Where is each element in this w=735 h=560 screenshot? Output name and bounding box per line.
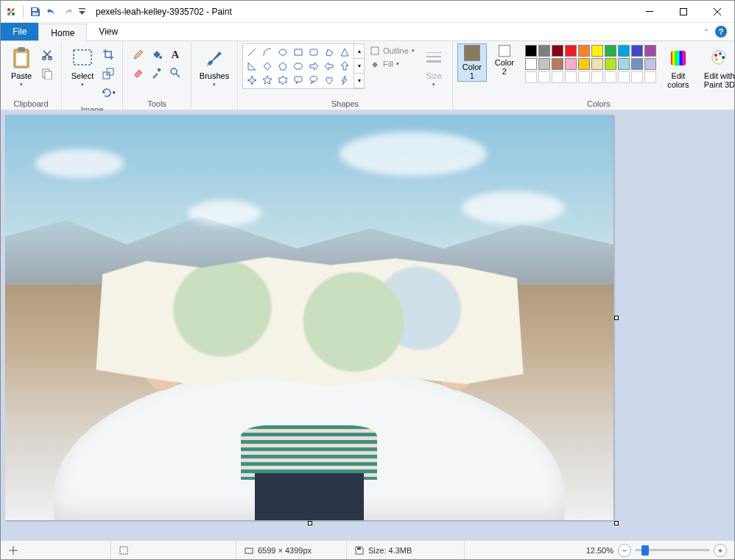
brushes-label: Brushes [200,71,229,80]
qat-customize-icon[interactable] [78,6,85,18]
shape-pentagon-icon[interactable] [275,60,290,73]
shape-polygon-icon[interactable] [322,46,337,59]
palette-color[interactable] [525,58,537,70]
shape-star4-icon[interactable] [245,74,259,87]
select-button[interactable]: Select ▾ [66,43,99,88]
undo-icon[interactable] [46,6,57,18]
shape-lightning-icon[interactable] [337,74,352,87]
palette-color[interactable] [644,45,656,57]
palette-color[interactable] [578,45,590,57]
palette-custom-slot[interactable] [578,71,590,83]
brushes-button[interactable]: Brushes ▾ [196,43,233,88]
palette-color[interactable] [618,45,630,57]
collapse-ribbon-icon[interactable]: ⌃ [703,28,709,36]
pencil-tool-icon[interactable] [130,46,147,63]
palette-color[interactable] [591,45,603,57]
palette-color[interactable] [552,58,563,70]
resize-handle-s[interactable] [308,521,312,525]
save-icon[interactable] [29,6,41,18]
zoom-in-button[interactable]: + [714,544,727,557]
crop-icon[interactable] [100,46,116,63]
size-button[interactable]: Size ▾ [420,43,448,88]
palette-color[interactable] [605,45,616,57]
resize-handle-se[interactable] [614,521,619,525]
shape-rect-icon[interactable] [291,46,306,59]
palette-custom-slot[interactable] [644,71,656,83]
magnifier-tool-icon[interactable] [167,65,183,81]
palette-color[interactable] [591,58,603,70]
shape-callout2-icon[interactable] [306,74,321,87]
paint3d-button[interactable]: Edit with Paint 3D [699,43,735,89]
palette-color[interactable] [631,45,643,57]
palette-color[interactable] [565,45,577,57]
tab-home[interactable]: Home [38,24,87,41]
shape-oval-icon[interactable] [275,46,290,59]
zoom-out-button[interactable]: − [618,544,631,557]
canvas-area[interactable] [1,110,734,540]
palette-custom-slot[interactable] [605,71,616,83]
canvas[interactable] [5,115,613,520]
palette-color[interactable] [605,58,616,70]
shape-triangle-icon[interactable] [337,46,352,59]
shape-arrowl-icon[interactable] [322,60,337,73]
palette-custom-slot[interactable] [631,71,643,83]
tab-view[interactable]: View [87,23,130,40]
palette-color[interactable] [644,58,656,70]
help-icon[interactable]: ? [715,26,727,38]
palette-color[interactable] [565,58,577,70]
scroll-up-icon[interactable]: ▴ [354,44,364,59]
svg-point-0 [7,8,10,11]
shape-callout-icon[interactable] [291,74,306,87]
color2-button[interactable]: Color 2 [490,43,519,82]
resize-handle-e[interactable] [614,316,619,320]
scroll-more-icon[interactable]: ▾ [354,74,364,88]
palette-color[interactable] [578,58,590,70]
shape-curve-icon[interactable] [260,46,275,59]
shape-rtriangle-icon[interactable] [245,60,259,73]
cut-icon[interactable] [39,46,55,63]
fill-tool-icon[interactable] [149,46,165,63]
tab-file[interactable]: File [1,23,38,40]
copy-icon[interactable] [39,65,55,82]
palette-custom-slot[interactable] [525,71,537,83]
palette-color[interactable] [631,58,643,70]
text-tool-icon[interactable]: A [167,46,183,63]
scroll-down-icon[interactable]: ▾ [354,59,364,74]
palette-custom-slot[interactable] [552,71,563,83]
color1-button[interactable]: Color 1 [457,43,487,82]
picker-tool-icon[interactable] [149,65,165,81]
palette-color[interactable] [552,45,563,57]
shape-heart-icon[interactable] [322,74,337,87]
maximize-button[interactable] [667,1,700,23]
shape-diamond-icon[interactable] [260,60,275,73]
palette-color[interactable] [538,45,550,57]
shape-arrowr-icon[interactable] [306,60,321,73]
shape-star6-icon[interactable] [275,74,290,87]
shape-hexagon-icon[interactable] [291,60,306,73]
redo-icon[interactable] [62,6,74,18]
shape-roundrect-icon[interactable] [306,46,321,59]
palette-custom-slot[interactable] [618,71,630,83]
palette-color[interactable] [538,58,550,70]
edit-colors-button[interactable]: Edit colors [662,43,694,89]
palette-custom-slot[interactable] [565,71,577,83]
rotate-icon[interactable]: ▾ [100,85,116,101]
minimize-button[interactable] [633,1,667,23]
zoom-slider[interactable] [636,549,709,551]
photo-map [85,255,533,391]
paste-button[interactable]: Paste ▾ [5,43,38,88]
palette-color[interactable] [618,58,630,70]
shapes-gallery[interactable] [242,43,354,89]
shape-star5-icon[interactable] [260,74,275,87]
palette-color[interactable] [525,45,537,57]
palette-custom-slot[interactable] [538,71,550,83]
close-button[interactable] [700,1,734,23]
shape-line-icon[interactable] [245,46,259,59]
shape-outline-button[interactable]: Outline ▾ [368,45,417,57]
palette-custom-slot[interactable] [591,71,603,83]
eraser-tool-icon[interactable] [130,65,147,81]
shape-arrowu-icon[interactable] [337,60,352,73]
zoom-thumb[interactable] [641,545,649,556]
resize-icon[interactable] [100,65,116,82]
shape-fill-button[interactable]: Fill ▾ [368,58,417,70]
